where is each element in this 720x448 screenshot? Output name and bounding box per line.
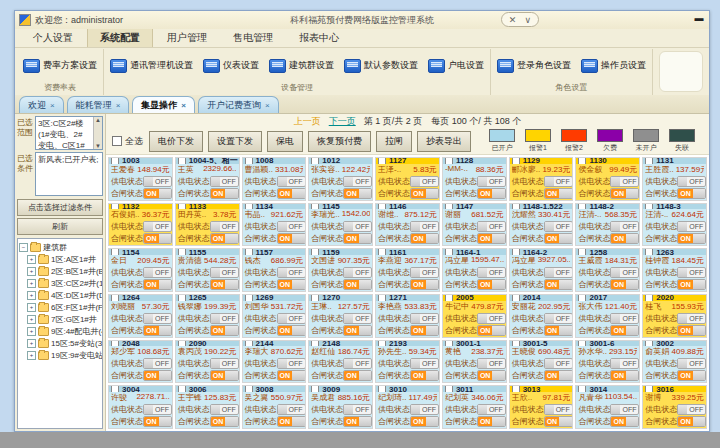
meter-card[interactable]: 3014凡青华1103.54..供电状态OFF合闸状态ON <box>575 385 640 429</box>
meter-card[interactable]: 1131王胜霞..137.59元供电状态OFF合闸状态ON <box>642 157 707 201</box>
meter-card[interactable]: 3009吴成君885.16元供电状态OFF合闸状态ON <box>308 385 373 429</box>
meter-card[interactable]: 1129郦冰廖..19.23元供电状态OFF合闸状态ON <box>509 157 574 201</box>
action-button[interactable]: 抄表导出 <box>417 131 471 152</box>
prev-page-link[interactable]: 上一页 <box>294 115 321 128</box>
listbox-scrollbar[interactable]: ▲▼ <box>93 117 102 149</box>
tree-item[interactable]: +15区:5#变站(3 <box>19 338 101 349</box>
meter-card[interactable]: 2144李瑞大870.62元供电状态OFF合闸状态ON <box>242 340 307 384</box>
tree-item[interactable]: +3区:C区2#井(1# <box>19 278 101 289</box>
meter-card[interactable]: 1130侯金叙99.49元供电状态OFF合闸状态ON <box>575 157 640 201</box>
tab-2[interactable]: 能耗管理× <box>67 96 130 113</box>
supply-toggle-off[interactable]: OFF <box>210 358 239 369</box>
menu-item-5[interactable]: 报表中心 <box>287 29 351 47</box>
switch-toggle-on[interactable]: ON <box>677 188 706 199</box>
supply-toggle-off[interactable]: OFF <box>677 404 706 415</box>
meter-card[interactable]: 2193孙先生..59.34元供电状态OFF合闸状态ON <box>375 340 440 384</box>
switch-toggle-on[interactable]: ON <box>477 279 506 290</box>
supply-toggle-off[interactable]: OFF <box>477 358 506 369</box>
ribbon-button[interactable]: 通讯管理机设置 <box>108 58 195 74</box>
meter-card[interactable]: 2148赵红仙186.74元供电状态OFF合闸状态ON <box>308 340 373 384</box>
switch-toggle-on[interactable]: ON <box>343 416 372 427</box>
supply-toggle-off[interactable]: OFF <box>277 221 306 232</box>
switch-toggle-on[interactable]: ON <box>477 233 506 244</box>
supply-toggle-off[interactable]: OFF <box>210 404 239 415</box>
meter-card[interactable]: 1159文国进907.35元供电状态OFF合闸状态ON <box>308 248 373 292</box>
meter-card[interactable]: 3002俞英娟409.88元供电状态OFF合闸状态ON <box>642 340 707 384</box>
switch-toggle-on[interactable]: ON <box>544 279 573 290</box>
switch-toggle-on[interactable]: ON <box>610 233 639 244</box>
tree-item[interactable]: +7区:G区1#井 <box>19 314 101 325</box>
supply-toggle-off[interactable]: OFF <box>477 313 506 324</box>
supply-toggle-off[interactable]: OFF <box>410 267 439 278</box>
action-button[interactable]: 保电 <box>267 131 303 152</box>
supply-toggle-off[interactable]: OFF <box>143 267 172 278</box>
supply-toggle-off[interactable]: OFF <box>343 313 372 324</box>
scroll-down-icon[interactable]: ▼ <box>95 143 101 149</box>
supply-toggle-off[interactable]: OFF <box>544 358 573 369</box>
switch-toggle-on[interactable]: ON <box>477 370 506 381</box>
tree-root[interactable]: −建筑群 <box>19 242 101 253</box>
tab-close-icon[interactable]: × <box>265 101 270 110</box>
supply-toggle-off[interactable]: OFF <box>477 267 506 278</box>
switch-toggle-on[interactable]: ON <box>410 188 439 199</box>
meter-card[interactable]: 3010纪划琦..117.49元供电状态OFF合闸状态ON <box>375 385 440 429</box>
ribbon-button[interactable]: 户电设置 <box>426 58 486 74</box>
supply-toggle-off[interactable]: OFF <box>544 404 573 415</box>
ribbon-button[interactable]: 登录角色设置 <box>495 58 573 74</box>
supply-toggle-off[interactable]: OFF <box>143 221 172 232</box>
supply-toggle-off[interactable]: OFF <box>544 176 573 187</box>
meter-card[interactable]: 1269刘国华531.72元供电状态OFF合闸状态ON <box>242 294 307 338</box>
switch-toggle-on[interactable]: ON <box>477 188 506 199</box>
supply-toggle-off[interactable]: OFF <box>343 358 372 369</box>
meter-card[interactable]: 1008曹温颖..331.08元供电状态OFF合闸状态ON <box>242 157 307 201</box>
menu-item-2[interactable]: 系统配置 <box>87 28 153 47</box>
menu-item-3[interactable]: 用户管理 <box>155 29 219 47</box>
meter-card[interactable]: 3004许骏2278.71..供电状态OFF合闸状态ON <box>108 385 173 429</box>
switch-toggle-on[interactable]: ON <box>410 416 439 427</box>
switch-toggle-on[interactable]: ON <box>610 370 639 381</box>
expand-icon[interactable]: + <box>27 303 36 312</box>
expand-icon[interactable]: + <box>27 351 36 360</box>
ribbon-button[interactable]: 仪表设置 <box>201 58 261 74</box>
meter-card[interactable]: 1264刘晓丽57.30元供电状态OFF合闸状态ON <box>108 294 173 338</box>
meter-card[interactable]: 2014安丽花202.95元供电状态OFF合闸状态ON <box>509 294 574 338</box>
expand-icon[interactable]: + <box>27 315 36 324</box>
switch-toggle-on[interactable]: ON <box>544 325 573 336</box>
action-button[interactable]: 设置下发 <box>208 131 262 152</box>
supply-toggle-off[interactable]: OFF <box>477 404 506 415</box>
meter-card[interactable]: 1164-1冯立星1595.47..供电状态OFF合闸状态ON <box>442 248 507 292</box>
switch-toggle-on[interactable]: ON <box>677 233 706 244</box>
meter-card[interactable]: 1148-2汪清-..568.35元供电状态OFF合闸状态ON <box>575 203 640 247</box>
switch-toggle-on[interactable]: ON <box>343 370 372 381</box>
supply-toggle-off[interactable]: OFF <box>210 267 239 278</box>
supply-toggle-off[interactable]: OFF <box>677 221 706 232</box>
meter-card[interactable]: 3001-6孙水华..293.15元供电状态OFF合闸状态ON <box>575 340 640 384</box>
supply-toggle-off[interactable]: OFF <box>210 176 239 187</box>
meter-card[interactable]: 1161李燕迎367.17元供电状态OFF合闸状态ON <box>375 248 440 292</box>
supply-toggle-off[interactable]: OFF <box>210 221 239 232</box>
meter-card[interactable]: 3001-1黄艳238.37元供电状态OFF合闸状态ON <box>442 340 507 384</box>
meter-card[interactable]: 1127王泽-..5.83元供电状态OFF合闸状态ON <box>375 157 440 201</box>
supply-toggle-off[interactable]: OFF <box>410 176 439 187</box>
switch-toggle-on[interactable]: ON <box>544 233 573 244</box>
switch-toggle-on[interactable]: ON <box>210 370 239 381</box>
supply-toggle-off[interactable]: OFF <box>143 176 172 187</box>
meter-card[interactable]: 1134韦晶..921.62元供电状态OFF合闸状态ON <box>242 203 307 247</box>
select-all-checkbox[interactable]: 全选 <box>112 135 143 148</box>
switch-toggle-on[interactable]: ON <box>143 325 172 336</box>
action-button[interactable]: 恢复预付费 <box>308 131 371 152</box>
ribbon-button[interactable]: 建筑群设置 <box>267 58 336 74</box>
switch-toggle-on[interactable]: ON <box>677 370 706 381</box>
expand-icon[interactable]: + <box>27 339 36 348</box>
meter-card[interactable]: 1148-1,522沈耀然330.41元供电状态OFF合闸状态ON <box>509 203 574 247</box>
meter-card[interactable]: 1133田丹英..3.78元供电状态OFF合闸状态ON <box>175 203 240 247</box>
switch-toggle-on[interactable]: ON <box>410 325 439 336</box>
meter-card[interactable]: 3008吴之翼550.97元供电状态OFF合闸状态ON <box>242 385 307 429</box>
tab-4[interactable]: 开户记费查询× <box>198 96 279 113</box>
supply-toggle-off[interactable]: OFF <box>210 313 239 324</box>
meter-card[interactable]: 1146谢维..875.12元供电状态OFF合闸状态ON <box>375 203 440 247</box>
switch-toggle-on[interactable]: ON <box>143 188 172 199</box>
chevron-down-icon[interactable]: ∨ <box>524 15 531 25</box>
meter-card[interactable]: 1271李艳燕533.83元供电状态OFF合闸状态ON <box>375 294 440 338</box>
condition-textbox[interactable]: 新风表;已开户表; <box>35 152 103 196</box>
